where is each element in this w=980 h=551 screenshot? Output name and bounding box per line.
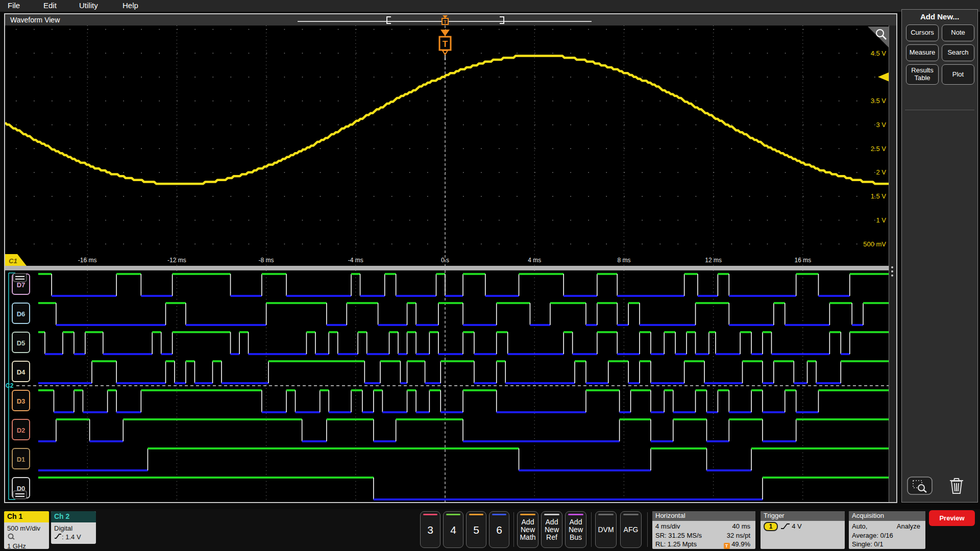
- svg-text:-8 ms: -8 ms: [259, 257, 274, 264]
- rising-edge-icon: [780, 522, 790, 530]
- acquisition-panel[interactable]: Acquisition Auto, Analyze Average: 0/16 …: [849, 511, 925, 549]
- zoom-box-button[interactable]: [907, 477, 933, 497]
- svg-text:2.5 V: 2.5 V: [871, 145, 887, 153]
- digital-channel-label-d6[interactable]: D6: [12, 303, 30, 323]
- menu-help[interactable]: Help: [122, 1, 138, 10]
- ch1-zero-marker: C1: [9, 257, 17, 265]
- search-button[interactable]: Search: [942, 44, 974, 61]
- digital-channel-label-d5[interactable]: D5: [12, 332, 30, 353]
- dvm-button[interactable]: DVM: [595, 511, 617, 548]
- svg-text:3.5 V: 3.5 V: [871, 97, 887, 105]
- channel-4-button[interactable]: 4: [443, 511, 463, 548]
- zoom-box-icon: [907, 477, 933, 495]
- ch2-threshold: : 1.4 V: [62, 533, 81, 541]
- measure-button[interactable]: Measure: [906, 44, 939, 61]
- plot-button[interactable]: Plot: [942, 64, 974, 85]
- digital-channel-label-d1[interactable]: D1: [12, 448, 30, 469]
- svg-text:1 V: 1 V: [876, 216, 886, 224]
- acq-analyze: Analyze: [897, 522, 922, 531]
- afg-label: AFG: [624, 526, 639, 534]
- menu-utility[interactable]: Utility: [79, 1, 98, 10]
- note-button[interactable]: Note: [942, 24, 974, 41]
- svg-text:D1: D1: [17, 456, 26, 463]
- svg-text:16 ms: 16 ms: [794, 257, 811, 264]
- add-new-sidebar: Add New... Cursors Note Measure Search R…: [901, 9, 978, 503]
- acq-mode: Auto,: [852, 522, 867, 531]
- ch2-badge[interactable]: Ch 2 Digital : 1.4 V: [51, 511, 96, 544]
- menu-bar: File Edit Utility Help: [0, 0, 980, 12]
- digital-graticule[interactable]: D7D6D5D4D3D2D1D0C2: [5, 270, 896, 502]
- cursors-button[interactable]: Cursors: [906, 24, 939, 41]
- svg-text:D3: D3: [17, 397, 26, 405]
- trigger-level: 4 V: [792, 522, 802, 530]
- svg-text:-4 ms: -4 ms: [348, 257, 363, 264]
- channel-5-button[interactable]: 5: [466, 511, 486, 548]
- horizontal-panel[interactable]: Horizontal 4 ms/div 40 ms SR: 31.25 MS/s…: [652, 511, 755, 549]
- add-new-math-button[interactable]: Add New Math: [517, 511, 538, 548]
- svg-text:-16 ms: -16 ms: [78, 257, 97, 264]
- bus-color-stripe: [568, 514, 583, 515]
- trigger-panel[interactable]: Trigger 1 4 V: [761, 511, 845, 549]
- svg-text:2 V: 2 V: [876, 168, 886, 176]
- h-trigger-position: 49.9%: [731, 540, 750, 548]
- ch6-number: 6: [496, 526, 502, 534]
- add-new-title: Add New...: [902, 12, 977, 21]
- right-scroll-strip[interactable]: [889, 26, 896, 502]
- results-table-button[interactable]: Results Table: [906, 64, 939, 85]
- ch3-number: 3: [427, 526, 433, 534]
- separator: [647, 512, 648, 547]
- svg-text:T: T: [443, 39, 448, 49]
- svg-text:C2: C2: [6, 382, 14, 389]
- analog-digital-divider[interactable]: [5, 266, 896, 270]
- digital-group-grip[interactable]: [13, 273, 27, 282]
- digital-channel-label-d2[interactable]: D2: [12, 419, 30, 440]
- sidebar-separator: [905, 110, 974, 110]
- channel-6-button[interactable]: 6: [489, 511, 509, 548]
- waveform-view-tabstrip: Waveform View T: [5, 14, 896, 26]
- menu-file[interactable]: File: [8, 1, 20, 10]
- ch4-color-stripe: [446, 514, 460, 515]
- digital-group-grip[interactable]: [13, 491, 27, 499]
- svg-text:12 ms: 12 ms: [705, 257, 722, 264]
- h-resolution: 32 ns/pt: [727, 531, 752, 540]
- h-recordlength: RL: 1.25 Mpts: [655, 540, 697, 549]
- ch4-number: 4: [450, 526, 456, 534]
- drag-handle-dot: [891, 270, 893, 272]
- separator: [591, 512, 592, 547]
- afg-button[interactable]: AFG: [620, 511, 642, 548]
- svg-text:4 ms: 4 ms: [528, 257, 541, 264]
- svg-text:4.5 V: 4.5 V: [871, 49, 887, 57]
- preview-button[interactable]: Preview: [929, 510, 975, 526]
- svg-text:D6: D6: [17, 310, 26, 318]
- acq-average: Average: 0/16: [852, 531, 922, 540]
- add-new-bus-button[interactable]: Add New Bus: [565, 511, 586, 548]
- ch1-badge[interactable]: Ch 1 500 mV/div 1 GHz: [4, 511, 49, 549]
- dvm-label: DVM: [598, 526, 614, 534]
- svg-text:D7: D7: [17, 281, 26, 289]
- channel-3-button[interactable]: 3: [420, 511, 440, 548]
- svg-text:D5: D5: [17, 339, 26, 347]
- acq-single: Single: 0/1: [852, 540, 922, 549]
- trash-button[interactable]: [948, 477, 965, 497]
- trigger-title: Trigger: [761, 511, 845, 521]
- digital-channel-label-d3[interactable]: D3: [12, 390, 30, 411]
- threshold-edge-icon: [54, 533, 62, 539]
- horizontal-overview-minimap[interactable]: T: [5, 14, 896, 26]
- separator: [513, 512, 514, 547]
- digital-channel-label-d4[interactable]: D4: [12, 361, 30, 382]
- bottom-bar: Ch 1 500 mV/div 1 GHz Ch 2 Digital : 1.4…: [0, 509, 980, 551]
- add-ref-label: Add New Ref: [545, 518, 559, 541]
- h-scale: 4 ms/div: [655, 522, 680, 531]
- menu-edit[interactable]: Edit: [43, 1, 57, 10]
- trigger-position-flag-icon: T: [724, 543, 730, 549]
- svg-text:1.5 V: 1.5 V: [871, 192, 887, 200]
- oscilloscope-screen: File Edit Utility Help Waveform View T 4…: [0, 0, 980, 551]
- ch5-number: 5: [473, 526, 479, 534]
- ch2-label: Ch 2: [51, 511, 96, 522]
- svg-text:0 s: 0 s: [441, 257, 449, 264]
- h-window: 40 ms: [732, 522, 752, 531]
- add-new-ref-button[interactable]: Add New Ref: [541, 511, 562, 548]
- ch1-label: Ch 1: [4, 511, 49, 522]
- analog-graticule[interactable]: 4.5 V3.5 V3 V2.5 V2 V1.5 V1 V500 mVT-16 …: [5, 26, 896, 266]
- ref-color-stripe: [544, 514, 559, 515]
